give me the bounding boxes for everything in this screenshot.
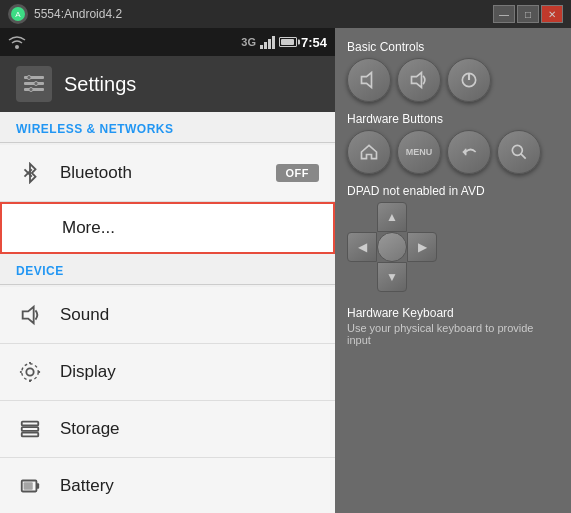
svg-rect-21 [24,482,33,489]
basic-controls-section: Basic Controls [347,40,559,102]
svg-rect-20 [36,483,39,489]
battery-icon [279,37,297,47]
section-wireless: WIRELESS & NETWORKS [0,112,335,140]
svg-line-31 [521,154,526,159]
settings-item-battery[interactable]: Battery [0,458,335,513]
app-icon: A [8,4,28,24]
svg-point-11 [22,364,39,381]
settings-title: Settings [64,73,136,96]
sound-icon [16,301,44,329]
main-content: 3G 7:54 [0,28,571,513]
display-icon [16,358,44,386]
hardware-buttons-section: Hardware Buttons MENU [347,112,559,174]
home-button[interactable] [347,130,391,174]
basic-controls-title: Basic Controls [347,40,559,54]
settings-item-more[interactable]: More... [0,202,335,254]
svg-rect-18 [22,433,39,437]
time-label: 7:54 [301,35,327,50]
dpad-right-button[interactable]: ▶ [407,232,437,262]
search-button[interactable] [497,130,541,174]
svg-point-6 [27,76,31,80]
dpad-empty-br [407,262,437,292]
title-bar: A 5554:Android4.2 — □ ✕ [0,0,571,28]
settings-item-display[interactable]: Display [0,344,335,401]
left-panel: 3G 7:54 [0,28,335,513]
dpad-down-button[interactable]: ▼ [377,262,407,292]
dpad-up-button[interactable]: ▲ [377,202,407,232]
status-right: 3G 7:54 [241,35,327,50]
settings-icon [22,72,46,96]
svg-rect-5 [24,88,44,91]
window-controls: — □ ✕ [493,5,563,23]
signal-icon [260,35,275,49]
hardware-buttons-title: Hardware Buttons [347,112,559,126]
bluetooth-label: Bluetooth [60,163,260,183]
vol-down-button[interactable] [347,58,391,102]
basic-controls-row [347,58,559,102]
settings-item-bluetooth[interactable]: Bluetooth OFF [0,145,335,202]
svg-point-8 [29,88,33,92]
dpad-empty-tr [407,202,437,232]
maximize-button[interactable]: □ [517,5,539,23]
svg-text:A: A [15,10,21,19]
svg-point-2 [15,45,19,49]
status-left [8,35,26,49]
minimize-button[interactable]: — [493,5,515,23]
svg-marker-26 [362,73,372,88]
back-button[interactable] [447,130,491,174]
dpad-section: DPAD not enabled in AVD ▲ ◀ ▶ ▼ [347,184,559,292]
keyboard-description: Use your physical keyboard to provide in… [347,322,559,346]
settings-item-sound[interactable]: Sound [0,287,335,344]
hardware-buttons-row: MENU [347,130,559,174]
network-label: 3G [241,36,256,48]
dpad-empty-bl [347,262,377,292]
keyboard-title: Hardware Keyboard [347,306,559,320]
settings-header: Settings [0,56,335,112]
title-bar-left: A 5554:Android4.2 [8,4,122,24]
dpad-title: DPAD not enabled in AVD [347,184,559,198]
svg-marker-27 [412,73,422,88]
bluetooth-icon [16,159,44,187]
storage-icon [16,415,44,443]
settings-icon-box [16,66,52,102]
svg-marker-9 [23,307,34,324]
vol-up-button[interactable] [397,58,441,102]
divider-1 [0,142,335,143]
wifi-icon [8,35,26,49]
svg-rect-16 [22,422,39,426]
more-label: More... [18,218,317,238]
section-device: DEVICE [0,254,335,282]
menu-button[interactable]: MENU [397,130,441,174]
divider-2 [0,284,335,285]
right-panel: Basic Controls Hardware Buttons M [335,28,571,513]
bluetooth-toggle[interactable]: OFF [276,164,320,182]
keyboard-section: Hardware Keyboard Use your physical keyb… [347,306,559,346]
battery-settings-icon [16,472,44,500]
svg-point-7 [34,82,38,86]
sound-label: Sound [60,305,319,325]
close-button[interactable]: ✕ [541,5,563,23]
status-bar: 3G 7:54 [0,28,335,56]
dpad-center-button[interactable] [377,232,407,262]
display-label: Display [60,362,319,382]
svg-point-10 [26,368,33,375]
settings-list: WIRELESS & NETWORKS Bluetooth OFF More..… [0,112,335,513]
storage-label: Storage [60,419,319,439]
window-title: 5554:Android4.2 [34,7,122,21]
power-button[interactable] [447,58,491,102]
dpad: ▲ ◀ ▶ ▼ [347,202,437,292]
battery-label: Battery [60,476,319,496]
svg-rect-17 [22,427,39,431]
dpad-left-button[interactable]: ◀ [347,232,377,262]
dpad-empty-tl [347,202,377,232]
settings-item-storage[interactable]: Storage [0,401,335,458]
